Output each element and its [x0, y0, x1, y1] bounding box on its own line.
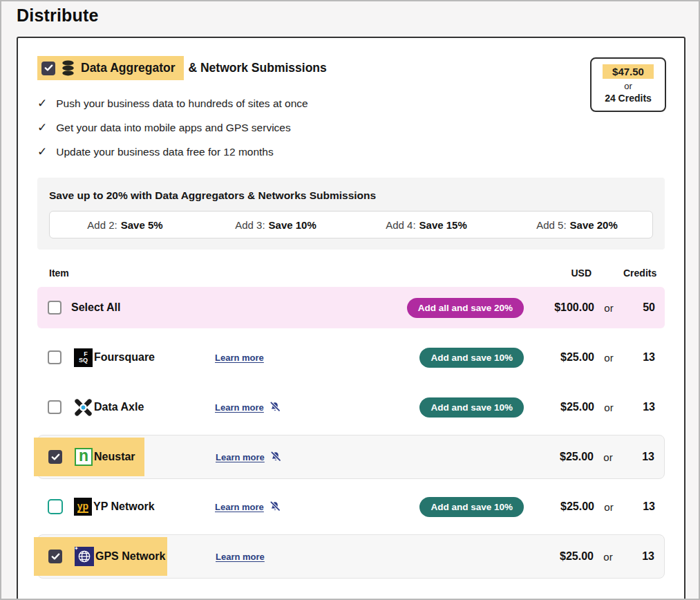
learn-more-link[interactable]: Learn more — [215, 502, 264, 512]
neustar-logo-icon: n — [75, 448, 93, 466]
feature-item: ✓Update your business data free for 12 m… — [37, 140, 665, 164]
row-credits: 13 — [623, 401, 655, 413]
column-header-item: Item — [48, 268, 215, 279]
check-icon — [51, 553, 60, 561]
feature-item: ✓Push your business data to hundreds of … — [37, 91, 665, 115]
row-credits: 13 — [623, 550, 654, 563]
row-name: GPS Network — [95, 550, 165, 563]
learn-more-link[interactable]: Learn more — [216, 552, 265, 562]
data-axle-checkbox[interactable] — [48, 400, 62, 414]
row-name: Foursquare — [94, 351, 155, 364]
globe-icon — [77, 549, 92, 564]
gps-network-logo-icon: ✦ — [75, 547, 94, 566]
yp-network-checkbox[interactable] — [48, 499, 63, 514]
title-highlight-text: Data Aggregator — [81, 61, 175, 75]
foursquare-checkbox[interactable] — [48, 350, 62, 364]
or-label: or — [594, 451, 623, 463]
tier-add-4: Add 4:Save 15% — [351, 219, 502, 231]
learn-more-link[interactable]: Learn more — [215, 353, 264, 363]
row-price: $25.00 — [533, 351, 594, 364]
price-credits: 24 Credits — [597, 93, 659, 104]
row-name: Neustar — [94, 451, 135, 463]
title-rest-text: & Network Submissions — [188, 61, 326, 75]
row-credits: 13 — [623, 451, 654, 463]
select-all-credits: 50 — [623, 301, 655, 314]
data-axle-logo-icon — [74, 398, 93, 417]
price-or: or — [597, 81, 659, 91]
learn-more-link[interactable]: Learn more — [215, 402, 264, 413]
row-price: $25.00 — [533, 550, 594, 563]
feature-list: ✓Push your business data to hundreds of … — [37, 91, 665, 164]
foursquare-logo-icon: FSQ — [74, 348, 93, 367]
price-amount: $47.50 — [603, 64, 654, 79]
tier-add-5: Add 5:Save 20% — [502, 219, 652, 231]
add-all-and-save-button[interactable]: Add all and save 20% — [407, 298, 524, 318]
select-all-row: Select All Add all and save 20% $100.00 … — [37, 287, 665, 328]
bell-slash-icon — [269, 451, 282, 463]
add-and-save-button[interactable]: Add and save 10% — [419, 497, 524, 517]
title-highlight: Data Aggregator — [37, 56, 184, 80]
feature-text: Get your data into mobile apps and GPS s… — [56, 122, 290, 134]
row-credits: 13 — [623, 351, 655, 364]
feature-text: Update your business data free for 12 mo… — [56, 146, 274, 158]
bell-slash-icon — [269, 500, 281, 513]
promo-banner: Save up to 20% with Data Aggregators & N… — [37, 178, 665, 250]
tier-add-2: Add 2:Save 5% — [50, 219, 200, 231]
table-row-yp-network: yp YP Network Learn more Add and save 10… — [37, 485, 665, 529]
discount-tier-bar: Add 2:Save 5% Add 3:Save 10% Add 4:Save … — [49, 211, 653, 238]
check-icon — [51, 453, 60, 461]
or-label: or — [594, 402, 623, 413]
select-all-label: Select All — [71, 301, 120, 314]
table-row-gps-network: ✦ GPS Network Learn more $25.00 or 13 — [37, 534, 665, 579]
price-box: $47.50 or 24 Credits — [590, 57, 666, 112]
row-price: $25.00 — [533, 451, 594, 463]
sparkle-icon: ✦ — [74, 546, 79, 552]
select-all-price: $100.00 — [533, 301, 594, 314]
check-icon: ✓ — [37, 122, 47, 133]
row-price: $25.00 — [533, 500, 594, 513]
tier-add-3: Add 3:Save 10% — [200, 219, 351, 231]
row-name: Data Axle — [94, 401, 144, 413]
column-header-credits: Credits — [623, 268, 655, 279]
learn-more-link[interactable]: Learn more — [216, 452, 265, 462]
or-label: or — [594, 501, 623, 513]
or-label: or — [594, 302, 623, 314]
column-header-usd: USD — [533, 268, 594, 279]
add-and-save-button[interactable]: Add and save 10% — [419, 348, 524, 368]
or-label: or — [594, 352, 623, 364]
row-name: YP Network — [93, 500, 155, 513]
row-credits: 13 — [623, 500, 655, 513]
panel-title: Data Aggregator & Network Submissions — [37, 56, 327, 80]
data-aggregator-panel: Data Aggregator & Network Submissions $4… — [17, 37, 685, 600]
check-icon: ✓ — [37, 97, 47, 109]
database-icon — [62, 60, 75, 76]
table-row-neustar: n Neustar Learn more $25.00 or 13 — [37, 435, 665, 479]
or-label: or — [594, 551, 623, 563]
panel-header: Data Aggregator & Network Submissions $4… — [37, 56, 665, 80]
add-and-save-button[interactable]: Add and save 10% — [419, 397, 524, 418]
check-icon — [44, 64, 53, 72]
yp-network-logo-icon: yp — [74, 498, 92, 516]
table-row-data-axle: Data Axle Learn more Add and save 10% $2… — [37, 385, 665, 429]
bell-slash-icon — [269, 401, 281, 413]
select-all-checkbox[interactable] — [48, 301, 62, 315]
table-row-foursquare: FSQ Foursquare Learn more Add and save 1… — [37, 335, 665, 379]
gps-network-checkbox[interactable] — [48, 550, 62, 563]
neustar-checkbox[interactable] — [48, 450, 62, 464]
check-icon: ✓ — [37, 146, 47, 158]
feature-text: Push your business data to hundreds of s… — [56, 97, 308, 110]
row-price: $25.00 — [533, 401, 594, 413]
table-header: Item USD Credits — [37, 268, 665, 279]
feature-item: ✓Get your data into mobile apps and GPS … — [37, 115, 665, 140]
promo-title: Save up to 20% with Data Aggregators & N… — [49, 189, 653, 202]
page-title: Distribute — [17, 6, 699, 26]
data-aggregator-checkbox[interactable] — [41, 62, 55, 75]
